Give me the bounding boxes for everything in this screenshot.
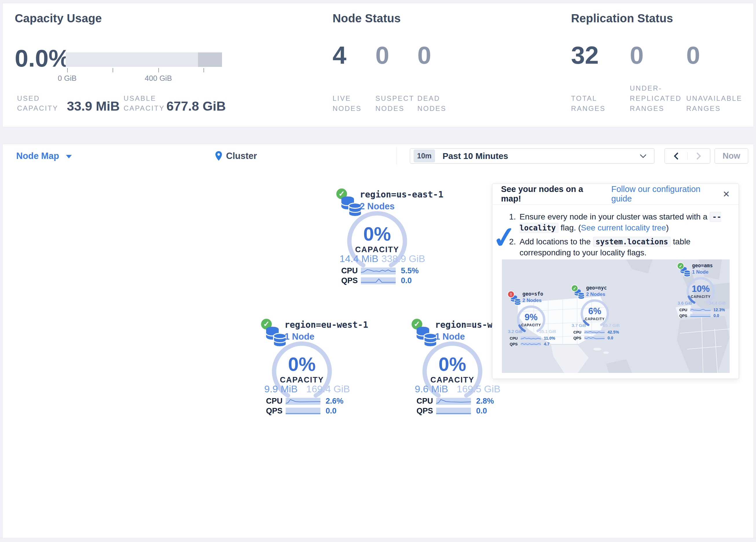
status-warning-badge: ! [507,291,515,298]
cpu-value: 42.5% [608,330,619,335]
time-back-button[interactable] [665,152,687,160]
qps-label: QPS [266,407,286,416]
used-value: 9.9 MiB [264,383,298,395]
capacity-bar [66,52,222,67]
capacity-percent-value: 0% [345,223,409,245]
total-value: 35.1 GiB [539,329,556,334]
usable-capacity-label: USABLE CAPACITY [124,93,165,113]
map-marker-geo-nyc: ✓ geo=nyc 2 Nodes 6% CAPACITY 3.7 GiB 65… [571,285,623,343]
qps-value: 4.7 [544,342,549,346]
total-value: 65.7 GiB [603,323,620,328]
used-capacity-label: USED CAPACITY [17,93,58,113]
qps-value: 0.0 [401,276,412,285]
cpu-sparkline [690,308,711,312]
suspect-nodes-label: SUSPECT NODES [375,93,414,113]
popup-header: See your nodes on a map! Follow our conf… [492,183,739,205]
total-value: 338.9 GiB [381,253,425,264]
cpu-sparkline [521,337,541,340]
qps-sparkline [690,314,711,317]
setup-step-2: 2. Add locations to the system.locations… [509,236,730,258]
live-nodes-label: LIVE NODES [333,93,367,113]
cpu-sparkline [361,267,396,275]
qps-value: 0.0 [326,407,337,416]
total-value: 169.5 GiB [457,383,500,395]
capacity-caption: CAPACITY [683,295,718,299]
setup-step-1: 1. Ensure every node in your cluster was… [509,211,730,233]
cpu-label: CPU [510,336,521,341]
node-map-setup-popup: See your nodes on a map! Follow our conf… [492,183,739,379]
footer-strip [0,538,756,542]
cpu-sparkline [436,398,471,405]
status-ok-badge: ✓ [677,262,684,269]
cpu-label: CPU [341,266,361,276]
capacity-bar-segment [198,52,222,67]
chevron-down-icon [640,154,647,158]
cpu-label: CPU [679,308,690,312]
total-ranges-value: 32 [571,41,599,69]
caret-down-icon [66,155,72,158]
locality-tree-link[interactable]: See current locality tree [581,223,666,232]
cluster-summary-panel: Capacity Usage 0.0% 0 GiB 400 GiB USED C… [2,3,754,127]
qps-value: 0.0 [608,336,613,340]
cpu-label: CPU [416,397,436,406]
cpu-value: 2.6% [326,397,344,406]
now-button[interactable]: Now [715,148,748,163]
locality-title: geo=nyc [586,285,607,291]
cpu-value: 5.5% [401,266,419,276]
qps-sparkline [286,408,320,415]
node-status-title: Node Status [333,12,401,25]
locality-title: geo=sfo [522,291,543,297]
capacity-percent-value: 0% [270,353,334,375]
axis-tick-label: 400 GiB [145,74,172,83]
replication-status-title: Replication Status [571,12,673,25]
time-range-dropdown[interactable]: 10m Past 10 Minutes [410,148,654,163]
time-forward-button[interactable] [687,152,710,160]
map-marker-geo-ams: ✓ geo=ams 1 Node 10% CAPACITY 3.6 GiB 34… [677,262,729,320]
capacity-caption: CAPACITY [514,323,548,327]
axis-tick [67,68,68,72]
unavailable-label: UNAVAILABLE RANGES [686,93,744,113]
close-icon[interactable]: ✕ [723,189,730,199]
time-range-label: Past 10 Minutes [443,151,508,161]
view-mode-dropdown[interactable]: Node Map [16,144,72,168]
qps-value: 0.0 [476,407,487,416]
locality-card-eu-west-1[interactable]: ✓ region=eu-west-1 1 Node 0% CAPACITY 9.… [260,318,356,423]
capacity-percent-value: 0% [421,353,484,375]
suspect-nodes-value: 0 [375,41,389,69]
replication-status-section: Replication Status 32 0 0 TOTAL RANGES U… [571,3,756,127]
capacity-usage-section: Capacity Usage 0.0% 0 GiB 400 GiB USED C… [15,3,322,127]
status-ok-badge: ✓ [571,285,578,292]
total-value: 34.4 GiB [709,301,726,306]
example-world-map: ! geo=sfo 2 Nodes 9% CAPACITY 3.2 GiB 35… [502,259,730,373]
code-chip: system.locations [593,237,671,247]
total-value: 169.4 GiB [306,383,350,395]
locality-title: region=us-east-1 [360,189,443,199]
capacity-percent-value: 9% [514,312,548,323]
qps-label: QPS [510,342,521,346]
cpu-sparkline [584,330,605,334]
qps-label: QPS [341,276,361,285]
breadcrumb: Cluster [215,144,257,168]
used-value: 3.6 GiB [678,301,692,306]
qps-sparkline [521,342,541,346]
toolbar-divider [396,147,397,165]
big-check-icon: ✓ [491,222,518,253]
locality-card-us-east-1[interactable]: ✓ region=us-east-1 2 Nodes 0% CAPACITY 1… [335,187,432,293]
qps-label: QPS [416,407,436,416]
time-range-badge: 10m [414,149,435,162]
axis-tick [203,68,204,72]
step-text: Add locations to the system.locations ta… [520,236,730,258]
cpu-label: CPU [266,397,286,406]
under-replicated-label: UNDER-REPLICATED RANGES [630,83,683,113]
time-step-buttons [665,148,710,163]
cpu-label: CPU [573,330,584,335]
capacity-percent-value: 6% [577,306,612,317]
view-mode-label: Node Map [16,151,59,161]
configuration-guide-link[interactable]: Follow our configuration guide [611,184,723,203]
cpu-value: 11.0% [544,336,555,341]
chevron-left-icon [674,152,678,160]
chevron-right-icon [696,152,701,160]
cpu-value: 2.8% [476,397,494,406]
used-capacity-value: 33.9 MiB [67,99,120,114]
used-value: 9.6 MiB [415,383,448,395]
